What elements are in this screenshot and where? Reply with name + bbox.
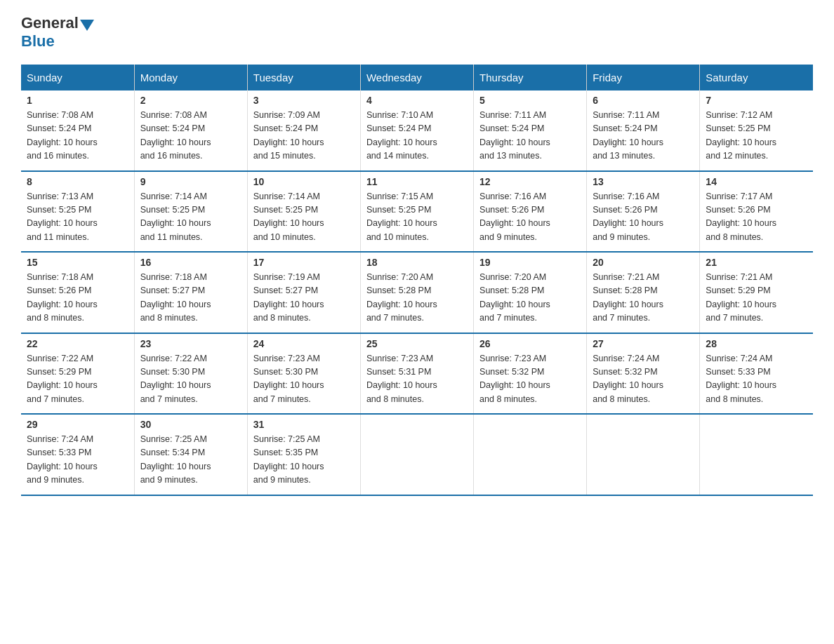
day-number: 30 [140,419,241,430]
day-info: Sunrise: 7:17 AM Sunset: 5:26 PM Dayligh… [706,190,807,245]
day-number: 8 [27,176,128,187]
day-number: 11 [366,176,468,187]
day-number: 28 [706,338,807,349]
calendar-day-cell: 4 Sunrise: 7:10 AM Sunset: 5:24 PM Dayli… [360,90,473,171]
calendar-table: SundayMondayTuesdayWednesdayThursdayFrid… [21,65,813,496]
calendar-day-cell: 10 Sunrise: 7:14 AM Sunset: 5:25 PM Dayl… [247,171,360,253]
day-info: Sunrise: 7:14 AM Sunset: 5:25 PM Dayligh… [140,190,241,245]
weekday-header: Monday [134,65,247,90]
day-info: Sunrise: 7:22 AM Sunset: 5:30 PM Dayligh… [140,352,241,407]
calendar-day-cell [700,414,813,495]
logo-general-text: General [21,14,79,32]
day-number: 15 [27,257,128,268]
calendar-day-cell: 13 Sunrise: 7:16 AM Sunset: 5:26 PM Dayl… [587,171,700,253]
calendar-day-cell: 31 Sunrise: 7:25 AM Sunset: 5:35 PM Dayl… [247,414,360,495]
day-info: Sunrise: 7:18 AM Sunset: 5:27 PM Dayligh… [140,271,241,326]
day-number: 5 [479,95,581,106]
calendar-day-cell: 23 Sunrise: 7:22 AM Sunset: 5:30 PM Dayl… [134,333,247,415]
day-info: Sunrise: 7:24 AM Sunset: 5:33 PM Dayligh… [27,433,128,488]
day-info: Sunrise: 7:08 AM Sunset: 5:24 PM Dayligh… [27,109,128,163]
day-number: 19 [479,257,581,268]
day-number: 10 [253,176,355,187]
logo: General Blue [21,14,95,51]
logo-triangle-icon [80,20,94,31]
day-info: Sunrise: 7:21 AM Sunset: 5:28 PM Dayligh… [593,271,694,326]
day-number: 29 [27,419,128,430]
weekday-header: Tuesday [247,65,360,90]
day-info: Sunrise: 7:21 AM Sunset: 5:29 PM Dayligh… [706,271,807,326]
day-number: 27 [593,338,694,349]
day-number: 26 [479,338,581,349]
day-number: 24 [253,338,355,349]
weekday-header: Saturday [700,65,813,90]
day-info: Sunrise: 7:20 AM Sunset: 5:28 PM Dayligh… [479,271,581,326]
day-number: 25 [366,338,468,349]
day-number: 16 [140,257,241,268]
day-info: Sunrise: 7:24 AM Sunset: 5:32 PM Dayligh… [593,352,694,407]
day-info: Sunrise: 7:23 AM Sunset: 5:31 PM Dayligh… [366,352,468,407]
calendar-day-cell: 3 Sunrise: 7:09 AM Sunset: 5:24 PM Dayli… [247,90,360,171]
calendar-day-cell: 22 Sunrise: 7:22 AM Sunset: 5:29 PM Dayl… [21,333,134,415]
calendar-day-cell: 18 Sunrise: 7:20 AM Sunset: 5:28 PM Dayl… [360,252,473,333]
logo-blue-text: Blue [21,32,55,50]
weekday-header: Friday [587,65,700,90]
calendar-week-row: 15 Sunrise: 7:18 AM Sunset: 5:26 PM Dayl… [21,252,813,333]
day-number: 12 [479,176,581,187]
day-info: Sunrise: 7:20 AM Sunset: 5:28 PM Dayligh… [366,271,468,326]
calendar-day-cell: 29 Sunrise: 7:24 AM Sunset: 5:33 PM Dayl… [21,414,134,495]
calendar-week-row: 8 Sunrise: 7:13 AM Sunset: 5:25 PM Dayli… [21,171,813,253]
day-info: Sunrise: 7:11 AM Sunset: 5:24 PM Dayligh… [593,109,694,163]
calendar-day-cell [474,414,587,495]
day-number: 13 [593,176,694,187]
day-info: Sunrise: 7:15 AM Sunset: 5:25 PM Dayligh… [366,190,468,245]
day-info: Sunrise: 7:16 AM Sunset: 5:26 PM Dayligh… [593,190,694,245]
day-number: 22 [27,338,128,349]
day-info: Sunrise: 7:24 AM Sunset: 5:33 PM Dayligh… [706,352,807,407]
day-info: Sunrise: 7:11 AM Sunset: 5:24 PM Dayligh… [479,109,581,163]
day-info: Sunrise: 7:22 AM Sunset: 5:29 PM Dayligh… [27,352,128,407]
calendar-day-cell: 12 Sunrise: 7:16 AM Sunset: 5:26 PM Dayl… [474,171,587,253]
calendar-day-cell: 30 Sunrise: 7:25 AM Sunset: 5:34 PM Dayl… [134,414,247,495]
day-number: 1 [27,95,128,106]
day-info: Sunrise: 7:25 AM Sunset: 5:35 PM Dayligh… [253,433,355,488]
weekday-header: Wednesday [360,65,473,90]
day-info: Sunrise: 7:09 AM Sunset: 5:24 PM Dayligh… [253,109,355,163]
calendar-day-cell: 6 Sunrise: 7:11 AM Sunset: 5:24 PM Dayli… [587,90,700,171]
calendar-day-cell: 11 Sunrise: 7:15 AM Sunset: 5:25 PM Dayl… [360,171,473,253]
day-info: Sunrise: 7:14 AM Sunset: 5:25 PM Dayligh… [253,190,355,245]
day-number: 2 [140,95,241,106]
weekday-header: Thursday [474,65,587,90]
calendar-day-cell: 20 Sunrise: 7:21 AM Sunset: 5:28 PM Dayl… [587,252,700,333]
day-info: Sunrise: 7:23 AM Sunset: 5:32 PM Dayligh… [479,352,581,407]
calendar-body: 1 Sunrise: 7:08 AM Sunset: 5:24 PM Dayli… [21,90,813,495]
calendar-day-cell: 15 Sunrise: 7:18 AM Sunset: 5:26 PM Dayl… [21,252,134,333]
calendar-day-cell: 5 Sunrise: 7:11 AM Sunset: 5:24 PM Dayli… [474,90,587,171]
day-number: 21 [706,257,807,268]
day-number: 20 [593,257,694,268]
calendar-week-row: 29 Sunrise: 7:24 AM Sunset: 5:33 PM Dayl… [21,414,813,495]
day-number: 23 [140,338,241,349]
day-number: 6 [593,95,694,106]
calendar-day-cell: 25 Sunrise: 7:23 AM Sunset: 5:31 PM Dayl… [360,333,473,415]
day-info: Sunrise: 7:10 AM Sunset: 5:24 PM Dayligh… [366,109,468,163]
day-number: 17 [253,257,355,268]
calendar-day-cell: 1 Sunrise: 7:08 AM Sunset: 5:24 PM Dayli… [21,90,134,171]
day-info: Sunrise: 7:19 AM Sunset: 5:27 PM Dayligh… [253,271,355,326]
calendar-week-row: 1 Sunrise: 7:08 AM Sunset: 5:24 PM Dayli… [21,90,813,171]
calendar-day-cell: 16 Sunrise: 7:18 AM Sunset: 5:27 PM Dayl… [134,252,247,333]
day-info: Sunrise: 7:12 AM Sunset: 5:25 PM Dayligh… [706,109,807,163]
day-number: 31 [253,419,355,430]
calendar-day-cell: 26 Sunrise: 7:23 AM Sunset: 5:32 PM Dayl… [474,333,587,415]
day-info: Sunrise: 7:23 AM Sunset: 5:30 PM Dayligh… [253,352,355,407]
calendar-day-cell: 21 Sunrise: 7:21 AM Sunset: 5:29 PM Dayl… [700,252,813,333]
calendar-day-cell: 24 Sunrise: 7:23 AM Sunset: 5:30 PM Dayl… [247,333,360,415]
calendar-day-cell: 28 Sunrise: 7:24 AM Sunset: 5:33 PM Dayl… [700,333,813,415]
calendar-day-cell [587,414,700,495]
day-number: 7 [706,95,807,106]
day-number: 4 [366,95,468,106]
day-number: 18 [366,257,468,268]
calendar-day-cell [360,414,473,495]
calendar-header: SundayMondayTuesdayWednesdayThursdayFrid… [21,65,813,90]
day-info: Sunrise: 7:18 AM Sunset: 5:26 PM Dayligh… [27,271,128,326]
calendar-day-cell: 2 Sunrise: 7:08 AM Sunset: 5:24 PM Dayli… [134,90,247,171]
